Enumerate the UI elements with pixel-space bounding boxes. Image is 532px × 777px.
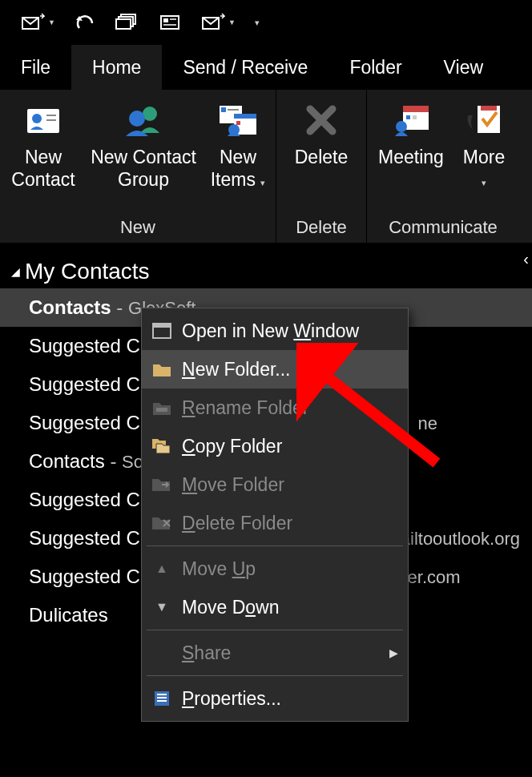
nav-header-label: My Contacts <box>25 259 150 284</box>
separator <box>147 675 403 676</box>
copy-folder-icon <box>148 433 175 460</box>
meeting-button[interactable]: Meeting <box>370 95 452 171</box>
svg-point-14 <box>129 111 145 127</box>
dropdown-caret-icon: ▼ <box>48 18 55 26</box>
more-icon <box>461 98 506 143</box>
svg-rect-19 <box>234 114 256 119</box>
ribbon: NewContact New ContactGroup NewItems ▾ N… <box>0 90 532 244</box>
qat-send-receive[interactable]: ▼ <box>21 13 55 32</box>
folder-icon <box>148 356 175 383</box>
rename-icon <box>148 394 175 421</box>
svg-rect-33 <box>157 694 167 695</box>
submenu-arrow-icon: ▶ <box>389 646 398 659</box>
contact-card-icon <box>21 98 66 143</box>
ctx-move-folder: Move Folder <box>142 465 408 504</box>
ctx-open-new-window[interactable]: Open in New Window <box>142 312 408 350</box>
svg-rect-5 <box>163 18 168 22</box>
delete-folder-icon <box>148 509 175 537</box>
ribbon-tabs: File Home Send / Receive Folder View <box>0 45 532 90</box>
meeting-icon <box>389 98 433 143</box>
ribbon-group-label: Communicate <box>370 217 516 243</box>
delete-x-icon <box>299 98 344 143</box>
new-contact-group-button[interactable]: New ContactGroup <box>83 95 204 194</box>
qat-stack[interactable] <box>115 13 139 32</box>
separator <box>147 630 403 630</box>
ribbon-group-new: NewContact New ContactGroup NewItems ▾ N… <box>0 90 276 243</box>
ctx-move-down[interactable]: ▼ Move Down <box>142 588 408 626</box>
ctx-move-up: ▲ Move Up <box>142 550 408 588</box>
move-folder-icon <box>148 471 175 498</box>
ribbon-group-communicate: Meeting More▾ Communicate <box>367 90 519 243</box>
ribbon-group-label: Delete <box>280 217 363 243</box>
tab-home[interactable]: Home <box>71 45 162 90</box>
contact-group-icon <box>121 98 166 143</box>
svg-point-26 <box>396 121 407 132</box>
qat-folder[interactable]: ▼ <box>201 13 236 32</box>
window-icon <box>148 317 175 344</box>
svg-rect-16 <box>221 107 226 112</box>
svg-rect-17 <box>228 109 239 111</box>
svg-point-10 <box>32 114 42 123</box>
svg-rect-3 <box>116 19 131 29</box>
svg-rect-25 <box>413 115 417 119</box>
dropdown-caret-icon: ▼ <box>228 18 236 26</box>
quick-access-toolbar: ▼ ▼ ▾ <box>0 0 532 45</box>
ctx-rename-folder: Rename Folder <box>142 388 408 427</box>
up-arrow-icon: ▲ <box>148 555 175 582</box>
collapse-nav-icon[interactable]: ‹ <box>523 250 529 268</box>
ctx-share: Share ▶ <box>142 634 408 672</box>
nav-header-my-contacts[interactable]: ◢ My Contacts <box>0 255 532 288</box>
properties-icon <box>148 685 175 712</box>
new-contact-button[interactable]: NewContact <box>3 95 83 194</box>
svg-rect-24 <box>406 115 410 119</box>
qat-card[interactable] <box>158 13 182 32</box>
tab-folder[interactable]: Folder <box>328 45 422 90</box>
ctx-delete-folder: Delete Folder <box>142 504 408 542</box>
svg-rect-20 <box>236 121 240 125</box>
more-button[interactable]: More▾ <box>452 95 516 197</box>
context-menu: Open in New Window New Folder... Rename … <box>141 308 409 722</box>
ribbon-group-label: New <box>3 217 272 243</box>
blank-icon <box>148 639 175 666</box>
separator <box>147 546 403 546</box>
svg-rect-30 <box>153 324 171 328</box>
tab-send-receive[interactable]: Send / Receive <box>162 45 328 90</box>
qat-overflow[interactable]: ▾ <box>255 18 260 28</box>
tab-file[interactable]: File <box>0 45 71 90</box>
svg-rect-28 <box>481 106 497 111</box>
ctx-properties[interactable]: Properties... <box>142 679 408 718</box>
new-items-icon <box>216 98 260 143</box>
down-arrow-icon: ▼ <box>148 594 175 621</box>
ctx-copy-folder[interactable]: Copy Folder <box>142 427 408 465</box>
new-items-button[interactable]: NewItems ▾ <box>204 95 272 197</box>
svg-rect-35 <box>157 700 167 702</box>
svg-rect-23 <box>403 106 429 112</box>
expand-triangle-icon: ◢ <box>11 265 20 278</box>
qat-undo[interactable] <box>75 14 95 31</box>
svg-rect-34 <box>157 697 167 698</box>
svg-rect-31 <box>156 408 167 412</box>
tab-view[interactable]: View <box>423 45 504 90</box>
ribbon-group-delete: Delete Delete <box>276 90 367 243</box>
ctx-new-folder[interactable]: New Folder... <box>142 350 408 388</box>
delete-button[interactable]: Delete <box>280 95 363 171</box>
